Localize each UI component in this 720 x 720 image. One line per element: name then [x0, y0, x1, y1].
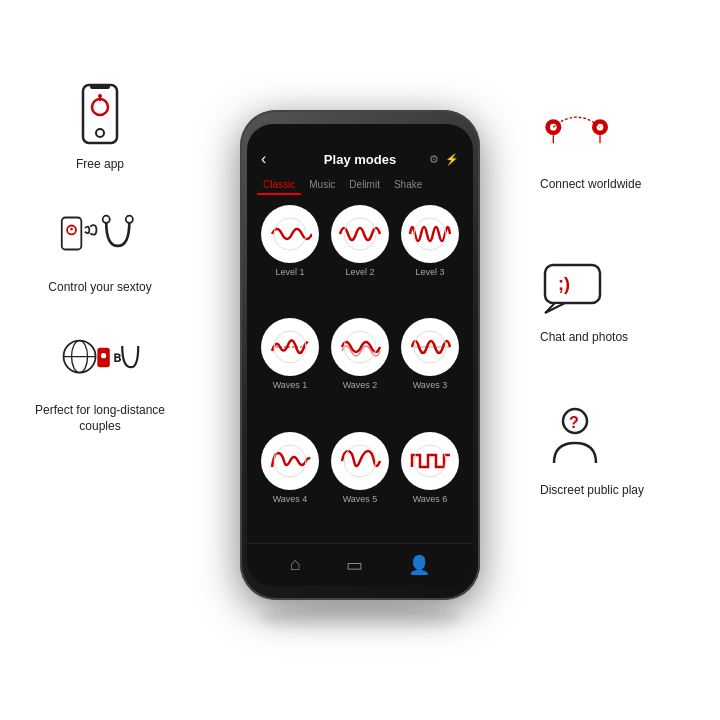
tab-delimit[interactable]: Delimit [343, 176, 386, 195]
svg-text:;): ;) [558, 274, 570, 294]
svg-text:ʙ: ʙ [113, 348, 121, 364]
mode-level3[interactable]: Level 3 [399, 205, 461, 310]
screen-header: ‹ Play modes ⚙ ⚡ [247, 144, 473, 172]
mode-waves3[interactable]: Waves 3 [399, 318, 461, 423]
mode-waves6[interactable]: Waves 6 [399, 432, 461, 537]
tab-shake[interactable]: Shake [388, 176, 428, 195]
svg-point-2 [96, 129, 104, 137]
level2-label: Level 2 [345, 267, 374, 277]
phone-icon [60, 80, 140, 150]
svg-point-8 [70, 228, 73, 231]
level3-circle [401, 205, 459, 263]
phone-notch [325, 124, 395, 142]
svg-text:?: ? [569, 414, 579, 431]
feature-long-distance: ʙ Perfect for long-distance couples [20, 326, 180, 436]
mode-level2[interactable]: Level 2 [329, 205, 391, 310]
page: Free app Control your sex [0, 0, 720, 720]
mode-waves4[interactable]: Waves 4 [259, 432, 321, 537]
chat-photos-label: Chat and photos [540, 329, 628, 346]
mode-waves2[interactable]: Waves 2 [329, 318, 391, 423]
level2-circle [331, 205, 389, 263]
waves2-circle [331, 318, 389, 376]
feature-connect-worldwide: Connect worldwide [540, 100, 700, 193]
level1-label: Level 1 [275, 267, 304, 277]
phone-wrapper: ‹ Play modes ⚙ ⚡ Classic Music Delimit S… [240, 110, 480, 610]
svg-point-3 [92, 99, 108, 115]
svg-point-19 [414, 218, 446, 250]
svg-marker-35 [545, 303, 565, 313]
svg-point-9 [103, 216, 110, 223]
waves3-circle [401, 318, 459, 376]
free-app-label: Free app [76, 156, 124, 173]
modes-grid: Level 1 Level 2 [247, 199, 473, 543]
control-sextoy-label: Control your sextoy [48, 279, 151, 296]
feature-control-sextoy: Control your sextoy [20, 203, 180, 296]
svg-rect-34 [545, 265, 600, 303]
bluetooth-icon[interactable]: ⚡ [445, 153, 459, 166]
right-features: Connect worldwide ;) Chat and photos [540, 100, 700, 498]
settings-icon[interactable]: ⚙ [429, 153, 439, 166]
feature-chat-photos: ;) Chat and photos [540, 253, 700, 346]
sextoy-icon [60, 203, 140, 273]
feature-discreet-play: ? Discreet public play [540, 406, 700, 499]
connect-worldwide-label: Connect worldwide [540, 176, 641, 193]
nav-profile[interactable]: 👤 [408, 554, 430, 576]
level3-label: Level 3 [415, 267, 444, 277]
phone-outer: ‹ Play modes ⚙ ⚡ Classic Music Delimit S… [240, 110, 480, 600]
screen-title: Play modes [324, 152, 396, 167]
globe-icon: ʙ [60, 326, 140, 396]
discreet-icon: ? [540, 406, 620, 476]
waves3-label: Waves 3 [413, 380, 448, 390]
phone-screen: ‹ Play modes ⚙ ⚡ Classic Music Delimit S… [247, 124, 473, 586]
nav-home[interactable]: ⌂ [290, 554, 301, 576]
svg-point-5 [98, 94, 102, 98]
waves1-circle [261, 318, 319, 376]
svg-point-15 [101, 353, 106, 358]
waves6-label: Waves 6 [413, 494, 448, 504]
left-features: Free app Control your sex [20, 80, 180, 435]
tab-classic[interactable]: Classic [257, 176, 301, 195]
long-distance-label: Perfect for long-distance couples [20, 402, 180, 436]
waves4-circle [261, 432, 319, 490]
waves5-label: Waves 5 [343, 494, 378, 504]
level1-circle [261, 205, 319, 263]
mode-waves1[interactable]: Waves 1 [259, 318, 321, 423]
discreet-play-label: Discreet public play [540, 482, 644, 499]
nav-message[interactable]: ▭ [346, 554, 363, 576]
mode-waves5[interactable]: Waves 5 [329, 432, 391, 537]
svg-point-10 [126, 216, 133, 223]
connect-icon [540, 100, 620, 170]
chat-icon: ;) [540, 253, 620, 323]
screen-tabs: Classic Music Delimit Shake [247, 172, 473, 199]
waves5-circle [331, 432, 389, 490]
waves1-label: Waves 1 [273, 380, 308, 390]
waves6-circle [401, 432, 459, 490]
header-icons: ⚙ ⚡ [429, 153, 459, 166]
svg-rect-1 [90, 85, 110, 89]
mode-level1[interactable]: Level 1 [259, 205, 321, 310]
waves4-label: Waves 4 [273, 494, 308, 504]
tab-music[interactable]: Music [303, 176, 341, 195]
screen-nav: ⌂ ▭ 👤 [247, 543, 473, 586]
waves2-label: Waves 2 [343, 380, 378, 390]
feature-free-app: Free app [20, 80, 180, 173]
back-button[interactable]: ‹ [261, 150, 266, 168]
screen-content: ‹ Play modes ⚙ ⚡ Classic Music Delimit S… [247, 124, 473, 586]
phone-reflection [260, 604, 460, 634]
